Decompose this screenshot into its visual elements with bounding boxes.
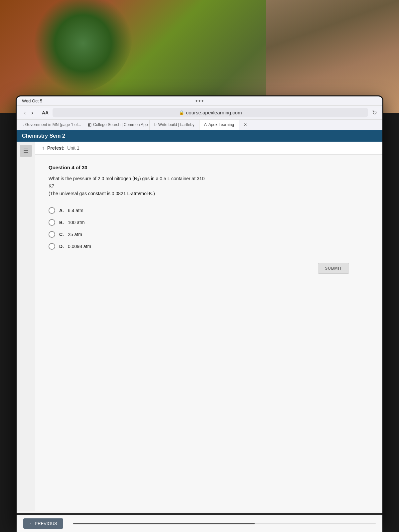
sidebar: ☰: [17, 142, 35, 511]
nav-buttons: ‹ ›: [22, 109, 35, 116]
question-line1: What is the pressure of 2.0 mol nitrogen…: [49, 176, 204, 181]
tab-apex-icon: A: [204, 122, 207, 127]
option-d[interactable]: D. 0.0098 atm: [49, 243, 369, 250]
content-area: ☰ ↑ Pretest: Unit 1 Question 4 of 30 Wha…: [17, 142, 382, 511]
tab-close-button[interactable]: ✕: [239, 120, 252, 130]
pretest-upload-icon: ↑: [42, 145, 45, 151]
tabs-row: : Government in MN (page 1 of... ◧ Colle…: [17, 120, 382, 130]
radio-a[interactable]: [49, 207, 55, 214]
lock-icon: 🔒: [179, 110, 184, 115]
back-button[interactable]: ‹: [22, 109, 28, 116]
tab-apex-label: Apex Learning: [208, 122, 234, 127]
dot-3: [202, 100, 203, 102]
dot-2: [199, 100, 200, 102]
option-a-text: 6.4 atm: [68, 208, 83, 213]
tab-bartleby[interactable]: b Write build | bartleby: [150, 120, 200, 130]
option-d-text: 0.0098 atm: [68, 244, 91, 249]
question-text: What is the pressure of 2.0 mol nitrogen…: [49, 175, 241, 197]
forward-button[interactable]: ›: [29, 109, 35, 116]
option-d-letter: D.: [59, 244, 64, 249]
progress-fill: [73, 523, 255, 524]
option-b-text: 100 atm: [68, 220, 85, 225]
option-a[interactable]: A. 6.4 atm: [49, 207, 369, 214]
status-bar: Wed Oct 5: [17, 96, 382, 106]
refresh-button[interactable]: ↻: [372, 109, 377, 116]
radio-c[interactable]: [49, 231, 55, 238]
submit-row: SUBMIT: [49, 263, 369, 274]
url-bar[interactable]: 🔒 course.apexlearning.com: [53, 108, 368, 117]
options-list: A. 6.4 atm B. 100 atm C. 25 atm: [49, 207, 369, 250]
question-line3: (The universal gas constant is 0.0821 L·…: [49, 191, 155, 196]
dot-1: [196, 100, 198, 102]
option-c-text: 25 atm: [68, 232, 82, 237]
course-title: Chemistry Sem 2: [22, 133, 65, 139]
pretest-label: Pretest:: [47, 145, 65, 151]
tab-bartleby-icon: b: [154, 122, 157, 127]
question-area: Question 4 of 30 What is the pressure of…: [35, 155, 382, 354]
url-bar-row: ‹ › AA 🔒 course.apexlearning.com ↻: [17, 106, 382, 120]
pretest-subtitle: Unit 1: [67, 145, 79, 151]
url-text: course.apexlearning.com: [186, 110, 242, 115]
option-c-letter: C.: [59, 232, 64, 237]
tab-gov-label: : Government in MN (page 1 of...: [23, 122, 81, 127]
tab-government[interactable]: : Government in MN (page 1 of...: [17, 120, 83, 130]
previous-button[interactable]: ← PREVIOUS: [23, 518, 63, 529]
aa-label[interactable]: AA: [42, 110, 49, 115]
pretest-header: ↑ Pretest: Unit 1: [35, 142, 382, 155]
radio-b[interactable]: [49, 219, 55, 226]
tab-college-icon: ◧: [88, 122, 91, 127]
radio-d[interactable]: [49, 243, 55, 250]
close-icon: ✕: [244, 122, 247, 127]
status-dots: [196, 100, 203, 102]
tab-bartleby-label: Write build | bartleby: [158, 122, 195, 127]
main-content: ↑ Pretest: Unit 1 Question 4 of 30 What …: [35, 142, 382, 511]
page-content: Chemistry Sem 2 ☰ ↑ Pretest: Unit 1 Ques…: [17, 130, 382, 513]
sidebar-menu-icon[interactable]: ☰: [20, 145, 32, 157]
bottom-nav: ← PREVIOUS: [17, 515, 382, 532]
progress-bar-container: [73, 523, 376, 524]
status-time: Wed Oct 5: [22, 98, 42, 103]
question-number: Question 4 of 30: [49, 165, 369, 170]
tab-apex-learning[interactable]: A Apex Learning: [200, 120, 239, 130]
app-header: Chemistry Sem 2: [17, 130, 382, 142]
option-b-letter: B.: [59, 220, 64, 225]
option-b[interactable]: B. 100 atm: [49, 219, 369, 226]
option-a-letter: A.: [59, 208, 64, 213]
tab-college-search[interactable]: ◧ College Search | Common App: [83, 120, 150, 130]
submit-button[interactable]: SUBMIT: [318, 263, 349, 274]
question-line2: K?: [49, 183, 54, 189]
tab-college-label: College Search | Common App: [93, 122, 148, 127]
option-c[interactable]: C. 25 atm: [49, 231, 369, 238]
